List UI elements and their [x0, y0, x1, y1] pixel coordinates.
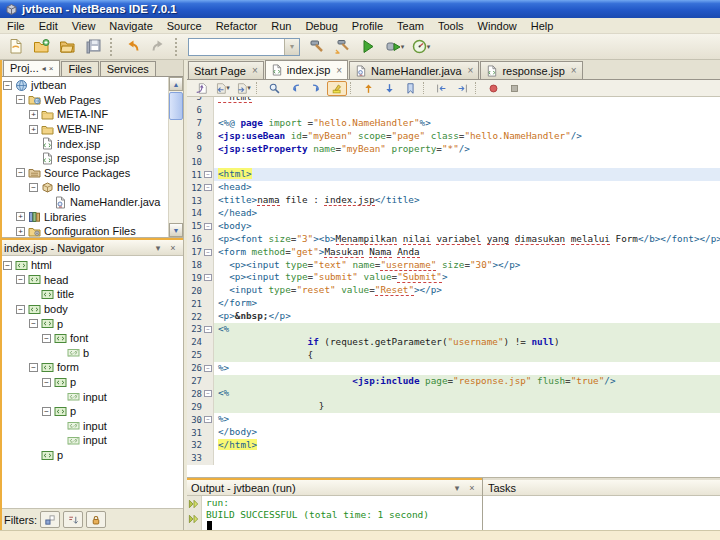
shift-line-left-button[interactable] — [431, 81, 451, 96]
project-item-web-inf[interactable]: +WEB-INF — [0, 122, 168, 137]
find-selection-button[interactable] — [264, 81, 284, 96]
code-fold-icon[interactable]: − — [204, 171, 212, 178]
navigator-item-p[interactable]: −p — [0, 404, 183, 419]
dropdown-caret-icon[interactable]: ▾ — [226, 84, 230, 92]
navigator-item-p[interactable]: −p — [0, 375, 183, 390]
code-fold-icon[interactable]: − — [204, 365, 212, 372]
minimize-tab-icon[interactable]: ◂ — [42, 64, 46, 73]
tab-proj-[interactable]: Proj...◂× — [3, 60, 60, 76]
navigator-item-input[interactable]: input — [0, 419, 183, 434]
menu-refactor[interactable]: Refactor — [209, 19, 265, 33]
run-project-button[interactable] — [356, 35, 381, 58]
save-all-button[interactable] — [81, 35, 106, 58]
menu-navigate[interactable]: Navigate — [102, 19, 159, 33]
close-icon[interactable]: × — [336, 65, 342, 76]
rerun-with-parameters-button[interactable] — [188, 513, 200, 525]
code-line[interactable]: 29 } — [187, 400, 720, 413]
next-occurrence-button[interactable] — [306, 81, 326, 96]
menu-edit[interactable]: Edit — [32, 19, 65, 33]
code-line[interactable]: 27 <jsp:include page="response.jsp" flus… — [187, 375, 720, 388]
code-line[interactable]: 10 — [187, 155, 720, 168]
menu-run[interactable]: Run — [264, 19, 298, 33]
navigator-item-body[interactable]: −body — [0, 302, 183, 317]
code-line[interactable]: 11−<html> — [187, 168, 720, 181]
code-line[interactable]: 31</body> — [187, 426, 720, 439]
close-icon[interactable]: × — [571, 65, 577, 76]
code-line[interactable]: 19− <p><input type="submit" value="Submi… — [187, 271, 720, 284]
code-line[interactable]: 22<p>&nbsp;</p> — [187, 310, 720, 323]
navigator-item-input[interactable]: input — [0, 389, 183, 404]
code-fold-icon[interactable]: − — [204, 249, 212, 256]
navigator-item-head[interactable]: −head — [0, 273, 183, 288]
tab-files[interactable]: Files — [61, 61, 98, 76]
navigator-item-form[interactable]: −form — [0, 360, 183, 375]
code-fold-icon[interactable]: − — [204, 390, 212, 397]
previous-occurrence-button[interactable] — [285, 81, 305, 96]
build-project-button[interactable] — [304, 35, 329, 58]
minimize-window-icon[interactable]: ▾ — [451, 483, 463, 493]
navigate-forward-button[interactable]: ▾ — [233, 81, 253, 96]
editor-tab-namehandler-java[interactable]: NameHandler.java× — [349, 61, 479, 79]
menu-view[interactable]: View — [65, 19, 103, 33]
code-fold-icon[interactable]: − — [204, 416, 212, 423]
navigator-item-b[interactable]: b — [0, 346, 183, 361]
code-editor[interactable]: 5 html67<%@ page import ="hello.NameHand… — [187, 97, 720, 477]
code-line[interactable]: 5 html — [187, 97, 720, 104]
project-item-web-pages[interactable]: −Web Pages — [0, 93, 168, 108]
project-item-libraries[interactable]: +Libraries — [0, 209, 168, 224]
previous-bookmark-button[interactable] — [358, 81, 378, 96]
code-line[interactable]: 33 — [187, 452, 720, 465]
code-fold-icon[interactable]: − — [204, 326, 212, 333]
collapse-icon[interactable]: − — [16, 275, 25, 284]
project-item-response-jsp[interactable]: response.jsp — [0, 151, 168, 166]
code-line[interactable]: 13<title>nama file : index.jsp</title> — [187, 194, 720, 207]
menu-help[interactable]: Help — [524, 19, 561, 33]
scroll-down-icon[interactable]: ▼ — [169, 223, 183, 237]
editor-tab-start-page[interactable]: Start Page× — [188, 61, 264, 79]
menu-file[interactable]: File — [0, 19, 32, 33]
collapse-icon[interactable]: − — [16, 305, 25, 314]
code-line[interactable]: 20 <input type="reset" value="Reset"></p… — [187, 284, 720, 297]
menu-profile[interactable]: Profile — [345, 19, 390, 33]
code-line[interactable]: 18 <p><input type="text" name="username"… — [187, 259, 720, 272]
code-line[interactable]: 32</html> — [187, 439, 720, 452]
minimize-window-icon[interactable]: ▾ — [152, 243, 164, 253]
dropdown-caret-icon[interactable]: ▾ — [427, 43, 431, 51]
code-line[interactable]: 17−<form method="get">Masukan Nama Anda — [187, 246, 720, 259]
debug-project-button[interactable]: ▾ — [382, 35, 407, 58]
shift-line-right-button[interactable] — [452, 81, 472, 96]
new-file-button[interactable] — [3, 35, 28, 58]
collapse-icon[interactable]: − — [29, 183, 38, 192]
open-project-button[interactable] — [55, 35, 80, 58]
code-line[interactable]: 26−%> — [187, 362, 720, 375]
start-macro-recording-button[interactable] — [483, 81, 503, 96]
collapse-icon[interactable]: − — [16, 95, 25, 104]
expand-icon[interactable]: + — [16, 212, 25, 221]
collapse-icon[interactable]: − — [16, 168, 25, 177]
menu-tools[interactable]: Tools — [431, 19, 471, 33]
filter-sort-button[interactable] — [63, 511, 83, 528]
filter-corner-button[interactable] — [40, 511, 60, 528]
code-line[interactable]: 9<jsp:setProperty name="myBean" property… — [187, 143, 720, 156]
code-line[interactable]: 14</head> — [187, 207, 720, 220]
code-fold-icon[interactable]: − — [204, 223, 212, 230]
collapse-icon[interactable]: − — [3, 261, 12, 270]
project-item-source-packages[interactable]: −Source Packages — [0, 166, 168, 181]
projects-scrollbar[interactable]: ▲ ▼ — [168, 77, 183, 237]
navigator-item-p[interactable]: p — [0, 448, 183, 463]
close-icon[interactable]: × — [49, 64, 54, 73]
project-item-namehandler-java[interactable]: NameHandler.java — [0, 195, 168, 210]
scrollbar-thumb[interactable] — [169, 92, 183, 120]
code-line[interactable]: 16<p><font size="3"><b>Menampilkan nilai… — [187, 233, 720, 246]
project-item-meta-inf[interactable]: +META-INF — [0, 107, 168, 122]
menu-source[interactable]: Source — [160, 19, 209, 33]
close-window-icon[interactable]: × — [466, 483, 478, 493]
project-item-hello[interactable]: −hello — [0, 180, 168, 195]
undo-button[interactable] — [120, 35, 145, 58]
filter-lock-button[interactable] — [86, 511, 106, 528]
navigate-back-button[interactable]: ▾ — [212, 81, 232, 96]
expand-icon[interactable]: + — [16, 227, 25, 236]
expand-icon[interactable]: + — [29, 125, 38, 134]
project-item-jvtbean[interactable]: −jvtbean — [0, 78, 168, 93]
collapse-icon[interactable]: − — [29, 319, 38, 328]
